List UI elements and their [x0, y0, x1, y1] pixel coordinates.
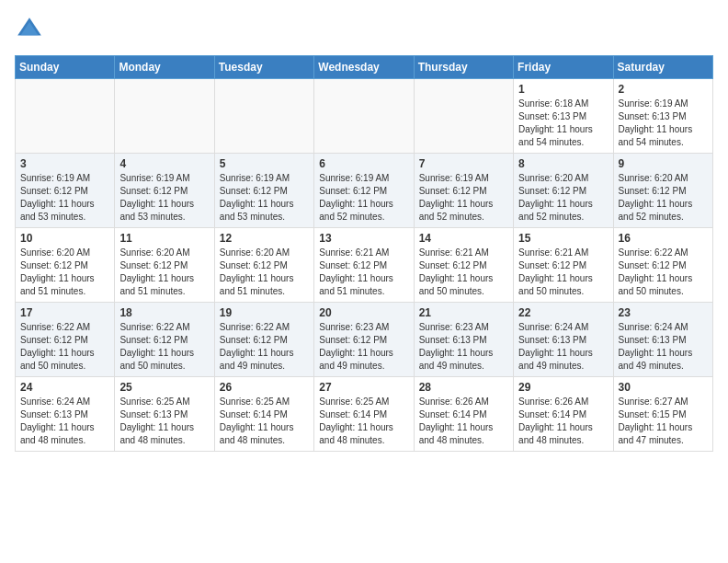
- day-info: Sunrise: 6:22 AM Sunset: 6:12 PM Dayligh…: [619, 247, 708, 298]
- day-number: 15: [518, 232, 608, 245]
- calendar-cell: [314, 79, 414, 154]
- calendar-cell: 22Sunrise: 6:24 AM Sunset: 6:13 PM Dayli…: [514, 303, 613, 377]
- weekday-header-row: SundayMondayTuesdayWednesdayThursdayFrid…: [16, 56, 713, 79]
- day-info: Sunrise: 6:19 AM Sunset: 6:12 PM Dayligh…: [20, 172, 109, 224]
- day-number: 10: [20, 232, 109, 245]
- calendar-cell: 27Sunrise: 6:25 AM Sunset: 6:14 PM Dayli…: [314, 377, 414, 452]
- calendar-cell: 6Sunrise: 6:19 AM Sunset: 6:12 PM Daylig…: [314, 154, 414, 228]
- calendar-cell: 26Sunrise: 6:25 AM Sunset: 6:14 PM Dayli…: [214, 377, 313, 452]
- day-info: Sunrise: 6:22 AM Sunset: 6:12 PM Dayligh…: [119, 321, 209, 373]
- day-info: Sunrise: 6:25 AM Sunset: 6:14 PM Dayligh…: [319, 396, 408, 447]
- calendar-cell: 14Sunrise: 6:21 AM Sunset: 6:12 PM Dayli…: [414, 228, 513, 303]
- day-number: 23: [619, 306, 708, 319]
- calendar-cell: 30Sunrise: 6:27 AM Sunset: 6:15 PM Dayli…: [613, 377, 712, 452]
- calendar-cell: 10Sunrise: 6:20 AM Sunset: 6:12 PM Dayli…: [16, 228, 115, 303]
- day-info: Sunrise: 6:19 AM Sunset: 6:13 PM Dayligh…: [619, 98, 708, 149]
- day-info: Sunrise: 6:21 AM Sunset: 6:12 PM Dayligh…: [518, 247, 608, 298]
- day-info: Sunrise: 6:25 AM Sunset: 6:14 PM Dayligh…: [220, 396, 309, 447]
- calendar-cell: 25Sunrise: 6:25 AM Sunset: 6:13 PM Dayli…: [115, 377, 214, 452]
- day-info: Sunrise: 6:23 AM Sunset: 6:13 PM Dayligh…: [419, 321, 508, 373]
- day-number: 1: [518, 83, 608, 96]
- calendar-cell: 3Sunrise: 6:19 AM Sunset: 6:12 PM Daylig…: [16, 154, 115, 228]
- day-info: Sunrise: 6:20 AM Sunset: 6:12 PM Dayligh…: [20, 247, 109, 298]
- day-number: 29: [518, 381, 608, 394]
- calendar-cell: 13Sunrise: 6:21 AM Sunset: 6:12 PM Dayli…: [314, 228, 414, 303]
- day-number: 13: [319, 232, 408, 245]
- day-info: Sunrise: 6:24 AM Sunset: 6:13 PM Dayligh…: [619, 321, 708, 373]
- day-number: 5: [220, 157, 309, 170]
- logo-icon: [15, 15, 44, 44]
- calendar-cell: 21Sunrise: 6:23 AM Sunset: 6:13 PM Dayli…: [414, 303, 513, 377]
- calendar-cell: 11Sunrise: 6:20 AM Sunset: 6:12 PM Dayli…: [115, 228, 214, 303]
- day-number: 30: [619, 381, 708, 394]
- week-row-5: 24Sunrise: 6:24 AM Sunset: 6:13 PM Dayli…: [16, 377, 713, 452]
- weekday-header-thursday: Thursday: [414, 56, 513, 79]
- day-number: 21: [419, 306, 508, 319]
- calendar-cell: 18Sunrise: 6:22 AM Sunset: 6:12 PM Dayli…: [115, 303, 214, 377]
- week-row-1: 1Sunrise: 6:18 AM Sunset: 6:13 PM Daylig…: [16, 79, 713, 154]
- day-number: 7: [419, 157, 508, 170]
- day-info: Sunrise: 6:18 AM Sunset: 6:13 PM Dayligh…: [518, 98, 608, 149]
- weekday-header-wednesday: Wednesday: [314, 56, 414, 79]
- calendar-cell: 16Sunrise: 6:22 AM Sunset: 6:12 PM Dayli…: [613, 228, 712, 303]
- day-number: 11: [119, 232, 209, 245]
- calendar-table: SundayMondayTuesdayWednesdayThursdayFrid…: [15, 55, 713, 452]
- week-row-3: 10Sunrise: 6:20 AM Sunset: 6:12 PM Dayli…: [16, 228, 713, 303]
- weekday-header-friday: Friday: [514, 56, 613, 79]
- calendar-cell: [414, 79, 513, 154]
- day-number: 24: [20, 381, 109, 394]
- day-info: Sunrise: 6:22 AM Sunset: 6:12 PM Dayligh…: [20, 321, 109, 373]
- day-number: 19: [220, 306, 309, 319]
- calendar-cell: [115, 79, 214, 154]
- day-number: 27: [319, 381, 408, 394]
- day-number: 18: [119, 306, 209, 319]
- day-info: Sunrise: 6:19 AM Sunset: 6:12 PM Dayligh…: [419, 172, 508, 224]
- day-info: Sunrise: 6:25 AM Sunset: 6:13 PM Dayligh…: [119, 396, 209, 447]
- week-row-2: 3Sunrise: 6:19 AM Sunset: 6:12 PM Daylig…: [16, 154, 713, 228]
- calendar-cell: 2Sunrise: 6:19 AM Sunset: 6:13 PM Daylig…: [613, 79, 712, 154]
- calendar-cell: [16, 79, 115, 154]
- calendar-cell: 29Sunrise: 6:26 AM Sunset: 6:14 PM Dayli…: [514, 377, 613, 452]
- day-number: 9: [619, 157, 708, 170]
- calendar-cell: 12Sunrise: 6:20 AM Sunset: 6:12 PM Dayli…: [214, 228, 313, 303]
- day-info: Sunrise: 6:23 AM Sunset: 6:12 PM Dayligh…: [319, 321, 408, 373]
- day-info: Sunrise: 6:27 AM Sunset: 6:15 PM Dayligh…: [619, 396, 708, 447]
- day-number: 3: [20, 157, 109, 170]
- weekday-header-tuesday: Tuesday: [214, 56, 313, 79]
- day-number: 4: [119, 157, 209, 170]
- day-info: Sunrise: 6:20 AM Sunset: 6:12 PM Dayligh…: [518, 172, 608, 224]
- calendar-cell: 24Sunrise: 6:24 AM Sunset: 6:13 PM Dayli…: [16, 377, 115, 452]
- calendar-cell: 20Sunrise: 6:23 AM Sunset: 6:12 PM Dayli…: [314, 303, 414, 377]
- week-row-4: 17Sunrise: 6:22 AM Sunset: 6:12 PM Dayli…: [16, 303, 713, 377]
- day-info: Sunrise: 6:21 AM Sunset: 6:12 PM Dayligh…: [319, 247, 408, 298]
- calendar-cell: 15Sunrise: 6:21 AM Sunset: 6:12 PM Dayli…: [514, 228, 613, 303]
- calendar-cell: 28Sunrise: 6:26 AM Sunset: 6:14 PM Dayli…: [414, 377, 513, 452]
- day-info: Sunrise: 6:26 AM Sunset: 6:14 PM Dayligh…: [419, 396, 508, 447]
- day-info: Sunrise: 6:26 AM Sunset: 6:14 PM Dayligh…: [518, 396, 608, 447]
- day-info: Sunrise: 6:19 AM Sunset: 6:12 PM Dayligh…: [119, 172, 209, 224]
- calendar-cell: 23Sunrise: 6:24 AM Sunset: 6:13 PM Dayli…: [613, 303, 712, 377]
- day-number: 25: [119, 381, 209, 394]
- day-info: Sunrise: 6:24 AM Sunset: 6:13 PM Dayligh…: [518, 321, 608, 373]
- weekday-header-sunday: Sunday: [16, 56, 115, 79]
- day-number: 22: [518, 306, 608, 319]
- day-info: Sunrise: 6:21 AM Sunset: 6:12 PM Dayligh…: [419, 247, 508, 298]
- day-info: Sunrise: 6:20 AM Sunset: 6:12 PM Dayligh…: [220, 247, 309, 298]
- weekday-header-saturday: Saturday: [613, 56, 712, 79]
- day-number: 6: [319, 157, 408, 170]
- calendar-cell: 19Sunrise: 6:22 AM Sunset: 6:12 PM Dayli…: [214, 303, 313, 377]
- day-number: 2: [619, 83, 708, 96]
- calendar-cell: [214, 79, 313, 154]
- day-number: 20: [319, 306, 408, 319]
- calendar-cell: 17Sunrise: 6:22 AM Sunset: 6:12 PM Dayli…: [16, 303, 115, 377]
- day-number: 26: [220, 381, 309, 394]
- calendar-cell: 7Sunrise: 6:19 AM Sunset: 6:12 PM Daylig…: [414, 154, 513, 228]
- weekday-header-monday: Monday: [115, 56, 214, 79]
- day-number: 14: [419, 232, 508, 245]
- logo: [15, 15, 48, 44]
- header: [15, 15, 713, 44]
- day-info: Sunrise: 6:19 AM Sunset: 6:12 PM Dayligh…: [319, 172, 408, 224]
- day-info: Sunrise: 6:20 AM Sunset: 6:12 PM Dayligh…: [119, 247, 209, 298]
- day-number: 16: [619, 232, 708, 245]
- day-info: Sunrise: 6:24 AM Sunset: 6:13 PM Dayligh…: [20, 396, 109, 447]
